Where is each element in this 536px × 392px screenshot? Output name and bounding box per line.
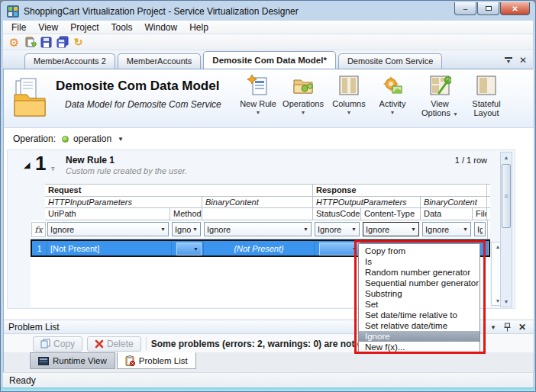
menu-item-new-fx[interactable]: New f(x)... bbox=[359, 342, 479, 352]
menu-view[interactable]: View bbox=[32, 21, 64, 34]
page-title: Demosite Com Data Model bbox=[56, 79, 219, 94]
new-rule-button[interactable]: New Rule ▼ bbox=[237, 72, 279, 117]
new-rule-icon bbox=[247, 74, 270, 97]
uripath-cell[interactable]: [Not Present] bbox=[47, 241, 171, 255]
dropdown-arrow-icon: ▼ bbox=[453, 111, 458, 117]
menu-item-copy-from[interactable]: Copy from bbox=[359, 246, 479, 256]
panel-close-icon[interactable]: ✕ bbox=[518, 323, 526, 332]
status-bar: Ready bbox=[3, 372, 533, 389]
panel-dropdown-icon[interactable]: ▼ bbox=[490, 324, 496, 331]
menu-item-ignore[interactable]: Ignore bbox=[359, 331, 479, 342]
columns-button[interactable]: Columns ▼ bbox=[328, 72, 370, 117]
rule-name: New Rule 1 bbox=[66, 155, 115, 165]
tab-demosite-com-data-model[interactable]: Demosite Com Data Model* bbox=[203, 51, 336, 69]
dropdown-arrow-icon[interactable]: ▼ bbox=[118, 136, 124, 143]
tab-runtime-view[interactable]: Runtime View bbox=[30, 352, 115, 369]
paste-icon[interactable] bbox=[24, 36, 37, 49]
dropdown-arrow-icon: ▼ bbox=[351, 227, 357, 232]
binary-content-request-header: BinaryContent bbox=[202, 197, 312, 207]
dropdown-arrow-icon: ▼ bbox=[192, 227, 198, 232]
statuscode-fx-combo[interactable]: Ignore▼ bbox=[315, 222, 360, 236]
delete-x-icon bbox=[95, 339, 104, 349]
request-group-header: Request bbox=[45, 185, 312, 196]
uripath-fx-combo[interactable]: Ignore▼ bbox=[47, 222, 169, 236]
copy-button[interactable]: Copy bbox=[33, 336, 82, 352]
scroll-up-icon[interactable]: ▲ bbox=[501, 155, 512, 160]
menu-help[interactable]: Help bbox=[183, 21, 215, 34]
content-type-fx-combo[interactable]: Ignore▼ bbox=[363, 222, 419, 236]
title-bar[interactable]: ShoppingCart Virtualization Project - Se… bbox=[3, 2, 533, 21]
statuscode-cell[interactable]: ▼ bbox=[314, 241, 362, 255]
save-all-icon[interactable] bbox=[56, 36, 69, 49]
tab-problem-list[interactable]: Problem List bbox=[117, 352, 196, 369]
method-column-header[interactable]: Method bbox=[170, 208, 202, 220]
activity-button[interactable]: Activity ▼ bbox=[370, 72, 415, 117]
tab-memberaccounts[interactable]: MemberAccounts bbox=[118, 53, 202, 69]
menu-file[interactable]: File bbox=[5, 21, 32, 34]
delete-button[interactable]: Delete bbox=[87, 336, 141, 352]
tab-demosite-com-service[interactable]: Demosite Com Service bbox=[338, 53, 442, 69]
tab-memberaccounts-2[interactable]: MemberAccounts 2 bbox=[24, 53, 115, 69]
rule-dropdown-icon[interactable]: ▿ bbox=[51, 165, 55, 172]
menu-item-is[interactable]: Is bbox=[359, 256, 479, 267]
http-input-parameters-header: HTTPInputParameters bbox=[45, 197, 202, 207]
operations-icon bbox=[292, 74, 315, 97]
problem-list-icon bbox=[125, 355, 135, 366]
problem-list-title: Problem List bbox=[8, 322, 60, 333]
method-cell-combo[interactable]: ▼ bbox=[176, 243, 202, 255]
menu-window[interactable]: Window bbox=[139, 21, 184, 34]
refresh-icon[interactable]: ↻ bbox=[72, 36, 85, 49]
data-column-header[interactable]: Data bbox=[420, 208, 472, 220]
binary-content-cell[interactable]: {Not Present} bbox=[203, 241, 314, 255]
menu-project[interactable]: Project bbox=[64, 21, 105, 34]
app-window: ShoppingCart Virtualization Project - Se… bbox=[0, 0, 536, 392]
method-cell[interactable]: ▼ bbox=[171, 241, 203, 255]
operations-button[interactable]: Operations ▼ bbox=[279, 72, 328, 117]
operation-bar: Operation: operation ▼ bbox=[4, 128, 534, 149]
method-fx-combo[interactable]: Ignore▼ bbox=[172, 222, 201, 236]
http-output-parameters-header: HTTPOutputParameters bbox=[312, 197, 420, 207]
operation-value[interactable]: operation bbox=[73, 133, 111, 144]
content-type-column-header[interactable]: Content-Type bbox=[360, 208, 420, 220]
fx-condition-row: fx Ignore▼ Ignore▼ Ignore▼ Ignore▼ Ignor… bbox=[31, 220, 490, 239]
menu-item-set-datetime-relative-to[interactable]: Set date/time relative to bbox=[359, 310, 479, 320]
menu-tools[interactable]: Tools bbox=[105, 21, 139, 34]
activity-icon bbox=[381, 74, 404, 97]
minimize-button[interactable]: – bbox=[454, 2, 476, 15]
binary-content-response-header: BinaryContent bbox=[420, 197, 487, 207]
maximize-button[interactable] bbox=[477, 2, 499, 15]
dropdown-arrow-icon: ▼ bbox=[463, 227, 468, 232]
row-number: 1 bbox=[32, 241, 47, 255]
save-icon[interactable] bbox=[40, 36, 53, 49]
pin-icon[interactable] bbox=[504, 323, 511, 332]
grid-subgroup-header-row: HTTPInputParameters BinaryContent HTTPOu… bbox=[45, 197, 490, 208]
view-options-button[interactable]: View Options ▼ bbox=[415, 72, 465, 117]
scroll-down-icon[interactable]: ▼ bbox=[501, 299, 512, 304]
scrollbar-thumb[interactable]: ≡ bbox=[502, 164, 511, 228]
statuscode-cell-combo[interactable]: ▼ bbox=[319, 243, 360, 255]
rule-expander-icon[interactable]: ◢ bbox=[24, 161, 30, 169]
settings-gear-icon[interactable]: ⚙ bbox=[8, 36, 21, 49]
tab-list-dropdown-icon[interactable]: ▼ bbox=[505, 57, 512, 64]
window-title: ShoppingCart Virtualization Project - Se… bbox=[24, 2, 299, 21]
tab-close-icon[interactable]: ✕ bbox=[519, 56, 527, 65]
data-fx-combo[interactable]: Ignore▼ bbox=[422, 222, 471, 236]
statuscode-column-header[interactable]: StatusCode bbox=[312, 208, 360, 220]
binary-content-column-header[interactable] bbox=[202, 208, 312, 220]
panel-vertical-scrollbar[interactable]: ▲ ≡ ▼ bbox=[500, 152, 512, 307]
close-button[interactable]: ✕ bbox=[500, 2, 530, 15]
stateful-layout-button[interactable]: Stateful Layout bbox=[465, 72, 508, 117]
view-options-icon bbox=[428, 74, 451, 97]
menu-item-set[interactable]: Set bbox=[359, 299, 479, 310]
menu-item-set-relative-datetime[interactable]: Set relative date/time bbox=[359, 320, 479, 331]
menu-item-substring[interactable]: Substring bbox=[359, 288, 479, 299]
rule-number: 1 bbox=[35, 153, 46, 174]
binary-content-fx-combo[interactable]: Ignore▼ bbox=[204, 222, 312, 236]
file-fx-combo[interactable]: Ignore bbox=[474, 222, 486, 236]
uripath-column-header[interactable]: UriPath bbox=[45, 208, 170, 220]
response-group-header: Response bbox=[312, 185, 487, 196]
menu-item-random-number-generator[interactable]: Random number generator bbox=[359, 267, 479, 278]
rule-description: Custom rule created by the user. bbox=[66, 166, 187, 175]
file-column-header[interactable]: File bbox=[472, 208, 487, 220]
menu-item-sequential-number-generator[interactable]: Sequential number generator bbox=[359, 278, 479, 288]
